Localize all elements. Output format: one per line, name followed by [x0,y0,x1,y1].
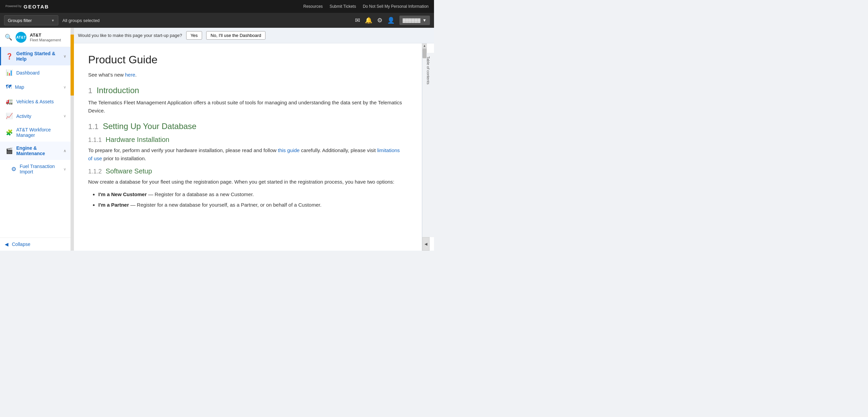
section1-num: 1 [88,86,92,95]
resources-link[interactable]: Resources [303,4,323,9]
sidebar-item-fuel-transaction[interactable]: ⚙ Fuel Transaction Import ∨ [0,160,71,178]
sidebar-item-label: Activity [16,113,60,119]
main-layout: 🔍 AT&T AT&T Fleet Management ❓ Getting S… [0,28,434,251]
sidebar-item-getting-started[interactable]: ❓ Getting Started & Help ∨ [0,47,71,65]
sidebar-item-activity[interactable]: 📈 Activity ∨ [0,109,71,123]
sub-bar: Groups filter ▼ All groups selected ✉ 🔔 … [0,13,434,28]
toc-collapse-button[interactable]: ◀ [422,237,430,251]
section1-title: Introduction [97,86,139,95]
section11-heading: 1.1 Setting Up Your Database [88,122,405,131]
all-groups-text: All groups selected [62,18,100,23]
sidebar-item-label: Engine & Maintenance [16,145,60,156]
engine-icon: 🎬 [6,147,13,154]
intro-paragraph: See what's new here. [88,71,405,79]
list-item: I'm a New Customer — Register for a data… [98,191,405,199]
bullet2-strong: I'm a Partner [98,202,129,208]
section1-heading: 1 Introduction [88,86,405,95]
logo-area: Powered by GEOTAB [5,4,49,9]
getting-started-icon: ❓ [6,53,13,60]
user-icon[interactable]: 👤 [387,17,395,24]
section111-body: To prepare for, perform and verify your … [88,146,405,163]
section11-num: 1.1 [88,122,99,131]
map-icon: 🗺 [6,84,12,90]
product-guide-title: Product Guide [88,54,405,66]
no-dashboard-button[interactable]: No, I'll use the Dashboard [206,31,265,40]
here-link[interactable]: here [125,72,135,78]
sidebar-collapse-button[interactable]: ◀ Collapse [0,237,71,251]
sidebar-scrollbar-track [71,28,74,251]
options-list: I'm a New Customer — Register for a data… [98,191,405,209]
startup-banner: Would you like to make this page your st… [71,28,434,43]
powered-by-text: Powered by [5,5,22,8]
sub-bar-actions: ✉ 🔔 ⚙ 👤 ▓▓▓▓▓▓ ▼ [355,16,430,25]
collapse-label: Collapse [12,242,30,247]
sidebar-scrollbar-thumb[interactable] [71,35,74,96]
content-scroll-wrapper: Product Guide See what's new here. 1 Int… [71,43,434,251]
search-icon[interactable]: 🔍 [5,34,12,41]
gear-icon[interactable]: ⚙ [377,17,382,24]
section112-heading: 1.1.2 Software Setup [88,167,405,175]
section111-num: 1.1.1 [88,137,102,143]
sidebar: 🔍 AT&T AT&T Fleet Management ❓ Getting S… [0,28,71,251]
sidebar-item-label: Fuel Transaction Import [20,164,60,174]
map-chevron-icon: ∨ [63,85,66,89]
bullet1-strong: I'm a New Customer [98,191,147,197]
getting-started-chevron-icon: ∨ [63,54,66,59]
section112-num: 1.1.2 [88,168,102,175]
sidebar-item-map[interactable]: 🗺 Map ∨ [0,80,71,94]
engine-chevron-icon: ∧ [63,149,66,153]
list-item: I'm a Partner — Register for a new datab… [98,201,405,209]
submit-tickets-link[interactable]: Submit Tickets [330,4,356,9]
product-guide: Product Guide See what's new here. 1 Int… [88,54,405,209]
groups-filter-chevron-icon: ▼ [51,19,55,22]
activity-chevron-icon: ∨ [63,114,66,118]
groups-filter-button[interactable]: Groups filter ▼ [4,15,58,25]
groups-filter-label: Groups filter [8,18,32,23]
bullet2-text: — Register for a new database for yourse… [129,202,321,208]
sidebar-item-label: AT&T Workforce Manager [16,127,66,138]
right-panel: ▲ ▼ Table of contents ◀ [422,43,434,251]
sidebar-item-label: Dashboard [16,70,66,76]
section112-title: Software Setup [106,167,152,175]
section1-body: The Telematics Fleet Management Applicat… [88,99,405,115]
sidebar-item-label: Map [15,84,60,90]
collapse-icon: ◀ [5,242,8,247]
bell-icon[interactable]: 🔔 [365,17,372,24]
fuel-icon: ⚙ [11,166,16,173]
brand-sub: Fleet Management [30,38,61,42]
scrollbar-thumb[interactable] [422,49,427,58]
section111-heading: 1.1.1 Hardware Installation [88,136,405,144]
sidebar-logo-area: 🔍 AT&T AT&T Fleet Management [0,28,71,47]
yes-button[interactable]: Yes [186,31,202,40]
top-bar-nav: Resources Submit Tickets Do Not Sell My … [303,4,429,9]
geotab-logo: GEOTAB [24,4,49,9]
att-logo: AT&T [16,32,26,43]
user-menu-chevron-icon: ▼ [422,18,427,23]
sidebar-item-engine-maintenance[interactable]: 🎬 Engine & Maintenance ∧ [0,142,71,160]
mail-icon[interactable]: ✉ [355,17,360,24]
sidebar-item-label: Getting Started & Help [16,51,60,62]
activity-icon: 📈 [6,112,13,120]
user-menu-button[interactable]: ▓▓▓▓▓▓ ▼ [399,16,430,25]
scroll-up-arrow[interactable]: ▲ [422,43,427,48]
top-bar: Powered by GEOTAB Resources Submit Ticke… [0,0,434,13]
vehicles-icon: 🚛 [6,98,13,105]
user-name: ▓▓▓▓▓▓ [403,18,421,23]
section111-title: Hardware Installation [106,136,170,143]
sidebar-item-att-workforce[interactable]: 🧩 AT&T Workforce Manager [0,123,71,142]
section112-body: Now create a database for your fleet usi… [88,178,405,186]
do-not-sell-link[interactable]: Do Not Sell My Personal Information [363,4,429,9]
sidebar-item-dashboard[interactable]: 📊 Dashboard [0,65,71,80]
brand-name: AT&T [30,33,61,38]
startup-banner-text: Would you like to make this page your st… [78,33,182,38]
section11-title: Setting Up Your Database [103,122,196,131]
right-scrollbar: ▲ ▼ [422,43,427,53]
sidebar-item-label: Vehicles & Assets [16,99,66,104]
workforce-icon: 🧩 [6,129,13,136]
sidebar-item-vehicles-assets[interactable]: 🚛 Vehicles & Assets [0,94,71,109]
toc-label[interactable]: Table of contents [422,53,434,237]
this-guide-link[interactable]: this guide [278,147,299,153]
content-body: Product Guide See what's new here. 1 Int… [71,43,422,251]
fuel-chevron-icon: ∨ [63,167,66,171]
dashboard-icon: 📊 [6,69,13,76]
